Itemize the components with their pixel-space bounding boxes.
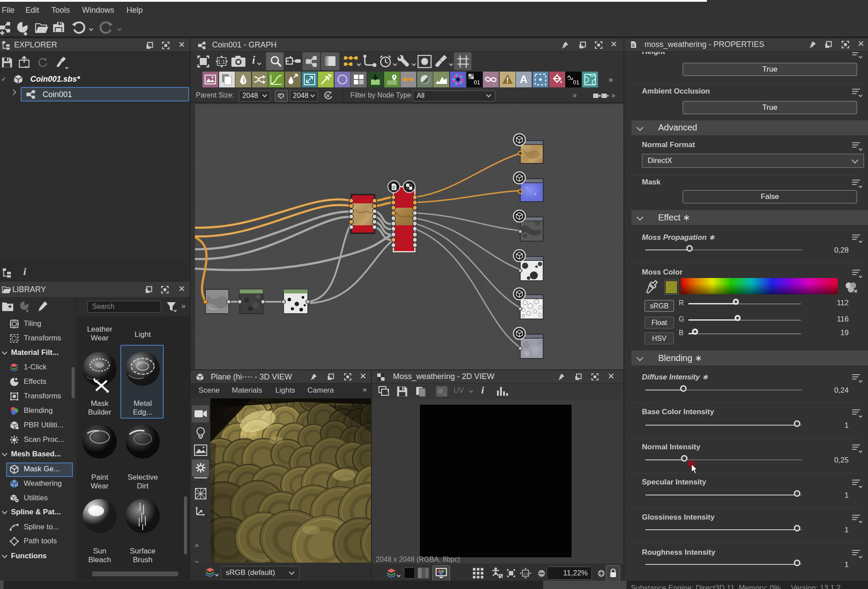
- svg-text:01: 01: [474, 79, 480, 86]
- svg-text:1:1: 1:1: [524, 572, 529, 576]
- svg-text:01: 01: [573, 79, 579, 86]
- svg-text:1:1: 1:1: [218, 59, 225, 65]
